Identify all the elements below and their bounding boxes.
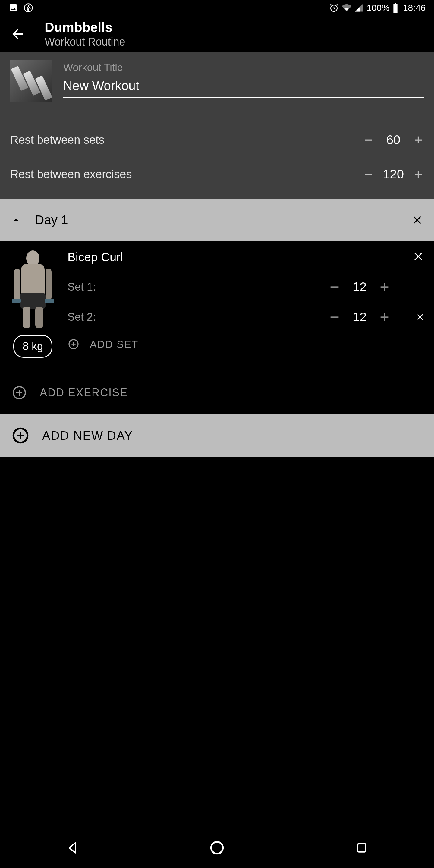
plus-circle-icon (12, 427, 29, 444)
set-row: Set 1: 12 (67, 280, 424, 294)
set-plus[interactable] (378, 281, 391, 293)
add-set-button[interactable]: ADD SET (67, 338, 424, 350)
wifi-icon (342, 3, 351, 13)
rest-sets-label: Rest between sets (10, 133, 104, 147)
set-label: Set 1: (67, 281, 134, 293)
running-app-icon (24, 3, 33, 13)
exercise-card: 8 kg Bicep Curl Set 1: 12 Set 2: (0, 241, 434, 371)
set-minus[interactable] (329, 281, 341, 293)
svg-rect-8 (418, 171, 419, 178)
workout-thumbnail[interactable] (10, 60, 53, 102)
system-nav-bar (0, 828, 434, 868)
svg-rect-14 (384, 313, 385, 321)
set-reps-value: 12 (351, 280, 368, 294)
exercise-delete-button[interactable] (412, 250, 425, 263)
svg-rect-3 (365, 140, 372, 141)
exercise-name: Bicep Curl (67, 250, 424, 264)
gallery-icon (8, 3, 18, 13)
rest-sets-minus[interactable] (363, 134, 374, 145)
clock-time: 18:46 (403, 3, 426, 13)
day-title: Day 1 (35, 213, 68, 227)
rest-sets-stepper: 60 (363, 133, 424, 147)
status-bar: 100% 18:46 (0, 0, 434, 16)
nav-back-button[interactable] (63, 838, 82, 858)
workout-settings-panel: Workout Title Rest between sets 60 Rest … (0, 53, 434, 199)
add-day-label: ADD NEW DAY (42, 429, 133, 442)
day-header[interactable]: Day 1 (0, 199, 434, 241)
svg-rect-6 (365, 174, 372, 175)
add-exercise-label: ADD EXERCISE (40, 386, 128, 399)
nav-home-button[interactable] (207, 838, 227, 858)
nav-recent-button[interactable] (352, 838, 371, 858)
signal-icon (354, 3, 364, 12)
exercise-illustration (12, 250, 54, 329)
workout-title-label: Workout Title (63, 61, 424, 73)
rest-exercises-plus[interactable] (413, 169, 424, 180)
alarm-icon (329, 3, 339, 13)
set-remove-button[interactable] (415, 312, 425, 322)
svg-rect-19 (358, 844, 366, 852)
battery-icon (393, 3, 398, 13)
plus-circle-icon (67, 338, 80, 350)
set-row: Set 2: 12 (67, 310, 424, 324)
app-bar: Dumbbells Workout Routine (0, 16, 434, 53)
rest-exercises-value: 120 (383, 167, 404, 181)
add-exercise-button[interactable]: ADD EXERCISE (0, 371, 434, 414)
svg-rect-5 (418, 136, 419, 144)
add-day-button[interactable]: ADD NEW DAY (0, 414, 434, 457)
battery-percent: 100% (367, 3, 390, 13)
set-minus[interactable] (329, 311, 341, 323)
rest-sets-value: 60 (383, 133, 404, 147)
back-button[interactable] (10, 26, 31, 42)
set-plus[interactable] (378, 311, 391, 323)
exercise-weight-chip[interactable]: 8 kg (13, 335, 53, 358)
page-title: Dumbbells (44, 20, 125, 35)
chevron-up-icon (10, 214, 22, 226)
svg-rect-9 (331, 286, 339, 288)
rest-exercises-label: Rest between exercises (10, 168, 132, 181)
day-delete-button[interactable] (410, 213, 424, 227)
page-subtitle: Workout Routine (44, 36, 125, 48)
plus-circle-icon (12, 385, 27, 400)
workout-title-input[interactable] (63, 73, 424, 98)
rest-exercises-minus[interactable] (363, 169, 374, 180)
add-set-label: ADD SET (90, 338, 138, 350)
set-reps-value: 12 (351, 310, 368, 324)
svg-rect-12 (331, 316, 339, 318)
svg-rect-11 (384, 283, 385, 291)
set-label: Set 2: (67, 311, 134, 323)
rest-sets-plus[interactable] (413, 134, 424, 145)
rest-exercises-stepper: 120 (363, 167, 424, 181)
svg-point-18 (211, 842, 223, 854)
